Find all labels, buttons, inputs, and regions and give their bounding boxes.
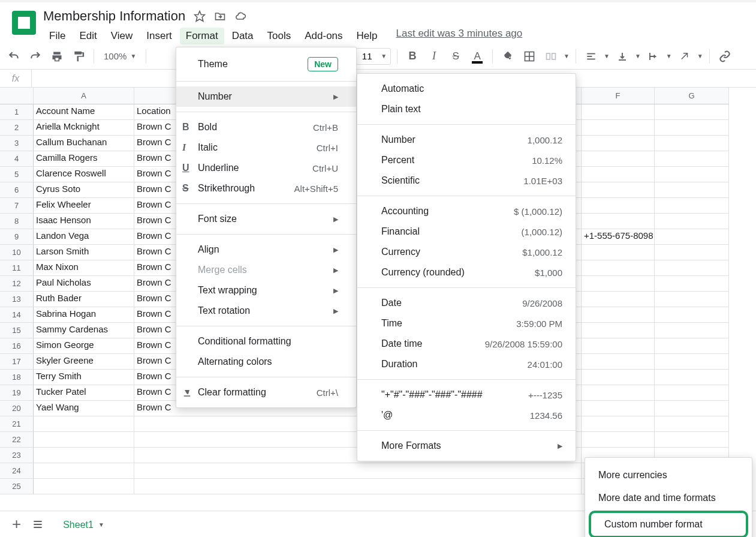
cell[interactable] <box>582 432 655 448</box>
row-header[interactable]: 10 <box>0 245 34 260</box>
row-header[interactable]: 7 <box>0 198 34 214</box>
cell[interactable] <box>655 136 729 151</box>
cell[interactable] <box>655 182 729 198</box>
cell[interactable]: Ariella Mcknight <box>34 120 134 136</box>
zoom-select[interactable]: 100%▼ <box>100 51 140 61</box>
cell[interactable]: Camilla Rogers <box>34 151 134 167</box>
link-button[interactable] <box>716 47 734 65</box>
cell[interactable] <box>582 323 655 338</box>
text-color-button[interactable]: A <box>468 47 486 65</box>
numfmt-percent[interactable]: Percent10.12% <box>357 150 576 170</box>
cell[interactable] <box>582 292 655 307</box>
cell[interactable] <box>655 292 729 307</box>
italic-button[interactable]: I <box>425 47 443 65</box>
menu-help[interactable]: Help <box>351 28 384 44</box>
cell[interactable] <box>582 167 655 182</box>
menu-insert[interactable]: Insert <box>140 28 178 44</box>
rotate-button[interactable] <box>676 47 694 65</box>
cell[interactable] <box>655 198 729 214</box>
cell[interactable] <box>582 245 655 260</box>
rotate-caret[interactable]: ▼ <box>697 53 703 59</box>
cell[interactable] <box>655 338 729 354</box>
row-header[interactable]: 23 <box>0 448 34 463</box>
cell[interactable] <box>34 416 134 432</box>
cell[interactable]: Skyler Greene <box>34 354 134 370</box>
cell[interactable] <box>134 463 582 479</box>
row-header[interactable]: 14 <box>0 307 34 323</box>
merge-caret[interactable]: ▼ <box>564 53 570 59</box>
cell[interactable] <box>582 214 655 229</box>
cloud-icon[interactable] <box>234 10 246 22</box>
cell[interactable] <box>655 416 729 432</box>
cell[interactable] <box>582 182 655 198</box>
format-alternating[interactable]: Alternating colors <box>176 352 356 372</box>
cell[interactable]: Terry Smith <box>34 370 134 385</box>
row-header[interactable]: 13 <box>0 292 34 307</box>
last-edit-link[interactable]: Last edit was 3 minutes ago <box>396 28 523 44</box>
cell[interactable] <box>34 479 134 494</box>
cell[interactable]: Larson Smith <box>34 245 134 260</box>
format-font-size[interactable]: Font size▶ <box>176 209 356 229</box>
numfmt-number[interactable]: Number1,000.12 <box>357 130 576 150</box>
cell[interactable] <box>582 260 655 276</box>
row-header[interactable]: 18 <box>0 370 34 385</box>
cell[interactable]: Account Name <box>34 104 134 120</box>
row-header[interactable]: 24 <box>0 463 34 479</box>
numfmt-duration[interactable]: Duration24:01:00 <box>357 354 576 374</box>
numfmt-accounting[interactable]: Accounting$ (1,000.12) <box>357 201 576 221</box>
valign-button[interactable] <box>613 47 631 65</box>
cell[interactable] <box>655 276 729 292</box>
row-header[interactable]: 21 <box>0 416 34 432</box>
row-header[interactable]: 16 <box>0 338 34 354</box>
col-header-f[interactable]: F <box>582 88 655 104</box>
select-all-corner[interactable] <box>0 88 34 104</box>
move-icon[interactable] <box>214 10 226 22</box>
row-header[interactable]: 25 <box>0 479 34 494</box>
halign-caret[interactable]: ▼ <box>604 53 610 59</box>
cell[interactable]: +1-555-675-8098 <box>582 229 655 245</box>
menu-edit[interactable]: Edit <box>73 28 103 44</box>
numfmt-custom2[interactable]: '@1234.56 <box>357 405 576 425</box>
col-header-a[interactable]: A <box>34 88 134 104</box>
row-header[interactable]: 19 <box>0 385 34 401</box>
merge-button[interactable] <box>542 47 560 65</box>
cell[interactable] <box>655 401 729 416</box>
format-theme[interactable]: Theme New <box>176 52 356 76</box>
cell[interactable]: Cyrus Soto <box>34 182 134 198</box>
numfmt-currency-rounded[interactable]: Currency (rounded)$1,000 <box>357 262 576 283</box>
menu-addons[interactable]: Add-ons <box>299 28 348 44</box>
cell[interactable]: Tucker Patel <box>34 385 134 401</box>
numfmt-date[interactable]: Date9/26/2008 <box>357 293 576 313</box>
cell[interactable]: Callum Buchanan <box>34 136 134 151</box>
cell[interactable] <box>655 354 729 370</box>
cell[interactable] <box>582 198 655 214</box>
cell[interactable]: Simon George <box>34 338 134 354</box>
cell[interactable] <box>34 448 134 463</box>
format-clear[interactable]: Clear formattingCtrl+\ <box>176 382 356 403</box>
numfmt-financial[interactable]: Financial(1,000.12) <box>357 221 576 242</box>
cell[interactable] <box>655 307 729 323</box>
menu-tools[interactable]: Tools <box>261 28 297 44</box>
cell[interactable] <box>582 370 655 385</box>
cell[interactable] <box>655 260 729 276</box>
cell[interactable] <box>34 463 134 479</box>
cell[interactable] <box>655 229 729 245</box>
cell[interactable]: Ruth Bader <box>34 292 134 307</box>
row-header[interactable]: 22 <box>0 432 34 448</box>
cell[interactable] <box>582 104 655 120</box>
star-icon[interactable] <box>194 10 206 22</box>
cell[interactable]: Felix Wheeler <box>34 198 134 214</box>
cell[interactable] <box>582 307 655 323</box>
wrap-caret[interactable]: ▼ <box>666 53 672 59</box>
format-wrap[interactable]: Text wrapping▶ <box>176 280 356 301</box>
numfmt-automatic[interactable]: Automatic <box>357 79 576 99</box>
cell[interactable]: Sabrina Hogan <box>34 307 134 323</box>
row-header[interactable]: 11 <box>0 260 34 276</box>
format-align[interactable]: Align▶ <box>176 239 356 260</box>
redo-button[interactable] <box>26 47 44 65</box>
format-rotation[interactable]: Text rotation▶ <box>176 301 356 321</box>
format-italic[interactable]: IItalicCtrl+I <box>176 137 356 158</box>
numfmt-currency[interactable]: Currency$1,000.12 <box>357 242 576 262</box>
cell[interactable] <box>582 151 655 167</box>
font-size-caret[interactable]: ▼ <box>377 53 390 59</box>
